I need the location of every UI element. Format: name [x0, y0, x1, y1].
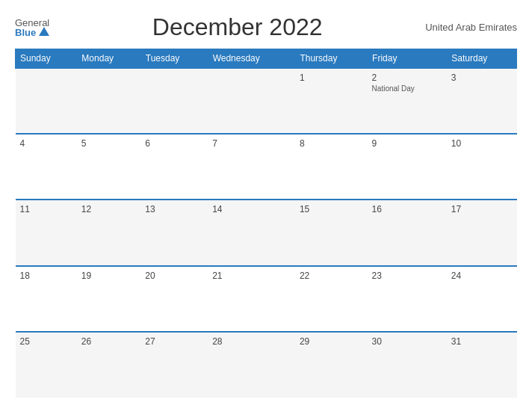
day-number: 31: [451, 336, 513, 347]
calendar-cell: 5: [77, 134, 140, 200]
weekday-sunday: Sunday: [16, 49, 77, 69]
day-number: 7: [212, 138, 291, 149]
day-number: 10: [451, 138, 513, 149]
calendar-cell: 10: [447, 134, 517, 200]
day-number: 29: [300, 336, 363, 347]
calendar-cell: 1: [295, 68, 368, 134]
calendar-cell: 16: [368, 200, 447, 265]
day-number: 9: [372, 138, 442, 149]
calendar-cell: 12: [77, 200, 140, 265]
calendar-cell: 15: [295, 200, 368, 265]
calendar-cell: 27: [140, 332, 208, 398]
calendar-cell: 14: [208, 200, 295, 265]
day-number: 18: [20, 271, 72, 281]
day-number: 23: [372, 271, 442, 281]
calendar-cell: [77, 68, 140, 134]
calendar-table: Sunday Monday Tuesday Wednesday Thursday…: [15, 49, 517, 398]
logo-blue-text: Blue: [15, 28, 36, 37]
day-number: 16: [372, 204, 442, 214]
day-number: 13: [145, 204, 203, 214]
day-number: 20: [145, 271, 203, 281]
calendar-cell: 26: [77, 332, 140, 398]
calendar-cell: 17: [447, 200, 517, 265]
weekday-header-row: Sunday Monday Tuesday Wednesday Thursday…: [16, 49, 517, 69]
day-number: 3: [451, 72, 513, 83]
calendar-title: December 2022: [49, 13, 425, 41]
calendar-week-row: 18192021222324: [16, 266, 517, 332]
day-number: 17: [451, 204, 513, 214]
calendar-cell: 21: [208, 266, 295, 332]
calendar-cell: 22: [295, 266, 368, 332]
day-number: 2: [372, 72, 442, 83]
weekday-thursday: Thursday: [295, 49, 368, 69]
day-number: 1: [300, 72, 363, 83]
day-number: 28: [212, 336, 291, 347]
day-number: 12: [81, 204, 136, 214]
calendar-page: General Blue December 2022 United Arab E…: [0, 0, 532, 411]
weekday-monday: Monday: [77, 49, 140, 69]
day-number: 8: [300, 138, 363, 149]
calendar-cell: 23: [368, 266, 447, 332]
country-label: United Arab Emirates: [425, 22, 517, 33]
calendar-cell: 13: [140, 200, 208, 265]
day-number: 4: [20, 138, 72, 149]
calendar-cell: 8: [295, 134, 368, 200]
calendar-cell: 2National Day: [368, 68, 447, 134]
calendar-cell: 30: [368, 332, 447, 398]
logo-general-text: General: [15, 18, 49, 28]
calendar-cell: 11: [16, 200, 77, 265]
calendar-cell: 18: [16, 266, 77, 332]
calendar-cell: 24: [447, 266, 517, 332]
weekday-wednesday: Wednesday: [208, 49, 295, 69]
day-number: 14: [212, 204, 291, 214]
calendar-cell: 3: [447, 68, 517, 134]
day-number: 24: [451, 271, 513, 281]
day-number: 15: [300, 204, 363, 214]
day-number: 22: [300, 271, 363, 281]
day-number: 5: [81, 138, 136, 149]
weekday-saturday: Saturday: [447, 49, 517, 69]
day-number: 30: [372, 336, 442, 347]
calendar-week-row: 45678910: [16, 134, 517, 200]
calendar-week-row: 11121314151617: [16, 200, 517, 265]
calendar-week-row: 25262728293031: [16, 332, 517, 398]
calendar-cell: 25: [16, 332, 77, 398]
calendar-cell: 9: [368, 134, 447, 200]
day-number: 21: [212, 271, 291, 281]
calendar-cell: 4: [16, 134, 77, 200]
logo: General Blue: [15, 18, 49, 37]
calendar-cell: 20: [140, 266, 208, 332]
day-number: 27: [145, 336, 203, 347]
day-number: 6: [145, 138, 203, 149]
calendar-cell: [208, 68, 295, 134]
calendar-cell: 28: [208, 332, 295, 398]
day-number: 11: [20, 204, 72, 214]
calendar-cell: [16, 68, 77, 134]
calendar-cell: 6: [140, 134, 208, 200]
header: General Blue December 2022 United Arab E…: [15, 13, 517, 41]
weekday-friday: Friday: [368, 49, 447, 69]
weekday-tuesday: Tuesday: [140, 49, 208, 69]
calendar-week-row: 12National Day3: [16, 68, 517, 134]
calendar-cell: 29: [295, 332, 368, 398]
day-number: 19: [81, 271, 136, 281]
day-number: 26: [81, 336, 136, 347]
calendar-cell: 7: [208, 134, 295, 200]
calendar-cell: 19: [77, 266, 140, 332]
logo-triangle-icon: [39, 27, 49, 36]
holiday-label: National Day: [372, 84, 442, 93]
calendar-cell: 31: [447, 332, 517, 398]
day-number: 25: [20, 336, 72, 347]
calendar-cell: [140, 68, 208, 134]
